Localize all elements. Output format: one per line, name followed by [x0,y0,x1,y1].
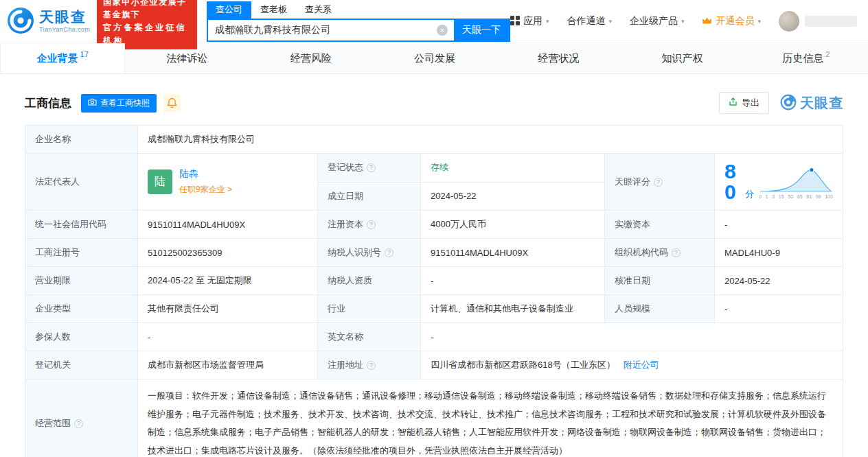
cell-credit-code-label: 统一社会信用代码 [25,211,138,239]
table-row: 营业期限 2024-05-22 至 无固定期限 纳税人资质 - 核准日期 202… [25,267,843,295]
watermark-logo-icon [780,94,797,113]
score-unit: 分 [745,188,754,200]
menu-item-enterprise-products[interactable]: 企业级产品 [630,15,685,27]
help-icon[interactable] [367,163,376,172]
cell-approval-date: 2024-05-22 [715,267,843,295]
cell-industry: 计算机、通信和其他电子设备制造业 [421,295,605,323]
cell-english-name-label: 英文名称 [318,323,421,351]
search-tab-boss[interactable]: 查老板 [251,1,296,19]
table-row: 统一社会信用代码 91510114MADL4HU09X 注册资本 4000万人民… [25,211,843,239]
table-row: 企业类型 其他有限责任公司 行业 计算机、通信和其他电子设备制造业 人员规模 - [25,295,843,323]
cell-address: 四川省成都市新都区君跃路618号（工业东区）附近公司 [421,351,843,379]
main-content: 工商信息 查看工商快照 [0,74,868,457]
help-icon[interactable] [654,178,663,187]
help-icon[interactable] [367,220,376,229]
search-tab-relation[interactable]: 查关系 [296,1,341,19]
search-input[interactable] [208,20,437,40]
cell-legal-rep-label: 法定代表人 [25,154,138,211]
cell-reg-authority-label: 登记机关 [25,351,138,379]
tab-intellectual-property[interactable]: 知识产权 [620,43,744,73]
tianyancha-logo-icon [7,7,34,36]
tab-company-background[interactable]: 企业背景 17 [0,43,125,73]
cell-english-name: - [421,323,843,351]
apps-grid-icon [510,16,520,27]
tab-count-badge: 2 [825,50,830,58]
tab-count-badge: 17 [80,50,89,58]
menu-item-label: 开通会员 [716,15,754,27]
brand-name: 天眼查 [39,10,90,24]
official-badge-line1: 国家中小企业发展子基金旗下 [103,0,191,21]
menu-item-vip[interactable]: 开通会员 [702,15,761,27]
cell-term-label: 营业期限 [25,267,138,295]
cell-taxpayer-quality: - [421,267,605,295]
table-row: 参保人数 - 英文名称 - [25,323,843,351]
help-icon[interactable] [672,248,681,257]
table-row: 工商注册号 510125002365309 纳税人识别号 91510114MAD… [25,239,843,267]
tab-label: 知识产权 [662,52,703,65]
official-badge: 国家中小企业发展子基金旗下 官方备案企业征信机构 [97,0,197,49]
caret-down-icon [757,18,761,25]
business-info-table: 企业名称 成都瀚联九霄科技有限公司 法定代表人 陆 陆犇 任职9家企业 > 登记… [25,125,843,457]
tab-company-development[interactable]: 公司发展 [373,43,496,73]
snapshot-button-label: 查看工商快照 [100,97,150,109]
menu-item-label: 企业级产品 [630,15,678,27]
tab-operating-status[interactable]: 经营状况 [496,43,620,73]
watermark-logo: 天眼查 [780,94,843,113]
cell-company-type: 其他有限责任公司 [138,295,318,323]
cell-reg-no-label: 工商注册号 [25,239,138,267]
tab-legal-proceedings[interactable]: 法律诉讼 [125,43,249,73]
cell-staff-size: - [715,295,843,323]
tianyancha-logo[interactable]: 天眼查 TianYanCha.com [7,7,90,36]
cell-scope-label: 经营范围 [25,379,138,457]
search-button[interactable]: 天眼一下 [454,20,509,40]
search-box: 天眼一下 [207,19,510,42]
cell-company-type-label: 企业类型 [25,295,138,323]
snapshot-button[interactable]: 查看工商快照 [81,94,157,113]
tab-history-info[interactable]: 历史信息 2 [744,43,868,73]
cell-legal-rep: 陆 陆犇 任职9家企业 > [138,154,318,211]
nearby-companies-link[interactable]: 附近公司 [624,360,659,370]
menu-item-label: 合作通道 [567,15,605,27]
camera-icon [88,98,97,108]
section-tools: 导出 天眼查 [719,92,843,114]
menu-item-cooperation[interactable]: 合作通道 [567,15,612,27]
crown-icon [702,16,712,27]
search-tab-company[interactable]: 查公司 [207,1,251,19]
cell-taxpayer-no: 91510114MADL4HU09X [421,239,605,267]
help-icon[interactable] [74,419,83,428]
legal-rep-positions-link[interactable]: 任职9家企业 > [179,184,232,196]
cell-org-code: MADL4HU0-9 [715,239,843,267]
caret-down-icon [681,18,685,25]
watermark-brand: 天眼查 [800,94,843,113]
tab-label: 企业背景 [37,52,78,65]
user-name-blurred [805,16,857,27]
header-menu: 应用 合作通道 企业级产品 开通会员 [510,11,857,32]
score-axis: 0131550658199100 [759,194,833,199]
tab-label: 经营风险 [290,52,332,65]
cell-taxpayer-quality-label: 纳税人资质 [318,267,421,295]
tab-label: 历史信息 [782,52,823,65]
tab-operating-risk[interactable]: 经营风险 [249,43,373,73]
bell-icon [167,97,177,110]
help-icon[interactable] [385,248,393,257]
table-row: 法定代表人 陆 陆犇 任职9家企业 > 登记状态 存续 天眼评分 80 [25,154,843,183]
export-button[interactable]: 导出 [719,92,769,114]
cell-company-name-label: 企业名称 [25,126,138,154]
table-row: 登记机关 成都市新都区市场监督管理局 注册地址 四川省成都市新都区君跃路618号… [25,351,843,379]
caret-down-icon [608,18,612,25]
cell-staff-size-label: 人员规模 [605,295,715,323]
cell-reg-status-label: 登记状态 [318,154,421,183]
monitor-bell-button[interactable] [163,95,181,112]
help-icon[interactable] [367,361,376,370]
legal-rep-avatar[interactable]: 陆 [148,169,172,194]
user-avatar[interactable] [779,11,799,32]
score-chart: 0131550658199100 [759,165,833,199]
cell-org-code-label: 组织机构代码 [605,239,715,267]
cell-industry-label: 行业 [318,295,421,323]
clear-icon[interactable] [437,25,448,36]
user-account[interactable] [779,11,857,32]
legal-rep-name-link[interactable]: 陆犇 [179,168,232,180]
menu-item-label: 应用 [523,15,542,27]
menu-item-apps[interactable]: 应用 [510,15,549,27]
cell-reg-no: 510125002365309 [138,239,318,267]
